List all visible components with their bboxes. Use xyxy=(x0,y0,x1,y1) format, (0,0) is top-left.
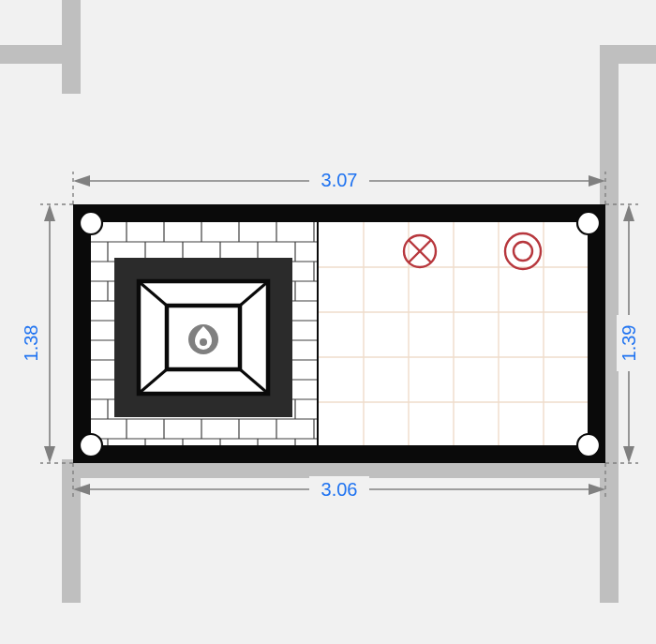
svg-marker-104 xyxy=(623,446,634,463)
tile-surface xyxy=(319,222,588,445)
dimension-left-value: 1.38 xyxy=(21,325,41,362)
svg-rect-4 xyxy=(62,459,81,603)
svg-point-78 xyxy=(80,212,102,234)
svg-marker-97 xyxy=(44,204,55,221)
svg-marker-98 xyxy=(44,446,55,463)
svg-rect-1 xyxy=(62,0,81,94)
dimension-left: 1.38 xyxy=(19,204,73,463)
svg-rect-3 xyxy=(600,45,656,64)
svg-point-62 xyxy=(200,338,207,346)
dimension-bottom-value: 3.06 xyxy=(321,479,358,500)
dimension-top-value: 3.07 xyxy=(321,170,358,190)
dimension-top: 3.07 xyxy=(73,167,605,204)
svg-point-81 xyxy=(577,434,600,457)
fireplace-icon xyxy=(114,258,292,417)
svg-point-80 xyxy=(80,434,102,457)
svg-marker-103 xyxy=(623,204,634,221)
dimension-right-value: 1.39 xyxy=(619,325,639,362)
svg-point-79 xyxy=(577,212,600,234)
svg-marker-85 xyxy=(73,175,90,187)
